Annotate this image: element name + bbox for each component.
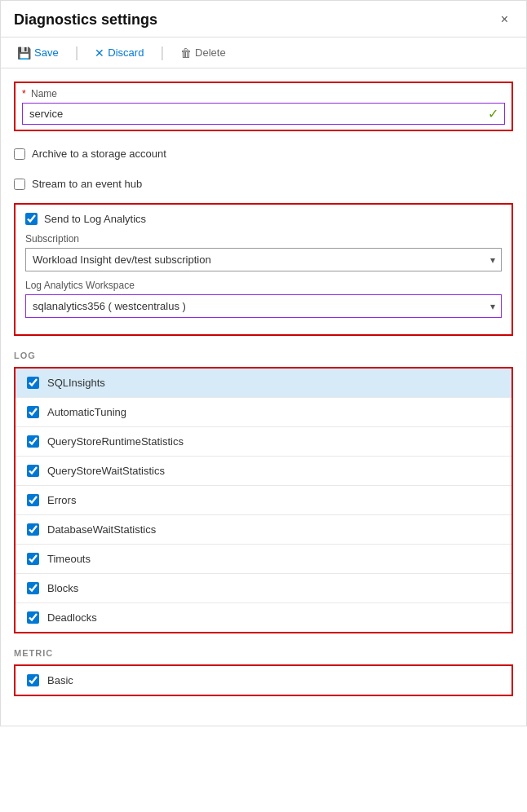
archive-label: Archive to a storage account xyxy=(32,148,166,160)
log-label-deadlocks: Deadlocks xyxy=(47,611,97,624)
toolbar: 💾 Save | ✕ Discard | 🗑 Delete xyxy=(1,38,526,68)
close-button[interactable]: × xyxy=(496,11,513,29)
discard-button[interactable]: ✕ Discard xyxy=(91,45,147,61)
name-field-label-text: Name xyxy=(31,88,57,99)
log-section-header: LOG xyxy=(14,351,513,360)
name-valid-icon: ✓ xyxy=(488,106,498,121)
delete-button[interactable]: 🗑 Delete xyxy=(177,45,229,61)
send-log-checkbox[interactable] xyxy=(25,213,38,225)
discard-label: Discard xyxy=(108,46,144,59)
archive-checkbox[interactable] xyxy=(14,148,25,160)
log-label-dbwaitstats: DatabaseWaitStatistics xyxy=(47,523,156,536)
name-input[interactable] xyxy=(22,103,505,125)
stream-checkbox[interactable] xyxy=(14,179,25,190)
toolbar-sep: | xyxy=(75,44,79,61)
log-section-box: SQLInsights AutomaticTuning QueryStoreRu… xyxy=(14,367,513,633)
delete-label: Delete xyxy=(195,46,226,59)
metric-section-box: Basic xyxy=(14,664,513,696)
log-label-querystoreruntime: QueryStoreRuntimeStatistics xyxy=(47,435,184,448)
save-label: Save xyxy=(34,46,59,59)
log-checkbox-dbwaitstats[interactable] xyxy=(27,523,39,536)
log-label-automatictuning: AutomaticTuning xyxy=(47,406,126,418)
archive-checkbox-row: Archive to a storage account xyxy=(14,143,513,165)
log-item-errors: Errors xyxy=(16,486,512,515)
log-item-dbwaitstats: DatabaseWaitStatistics xyxy=(16,515,512,545)
log-checkbox-automatictuning[interactable] xyxy=(27,406,39,418)
log-label-sqlinsights: SQLInsights xyxy=(47,377,105,389)
log-checkbox-errors[interactable] xyxy=(27,494,39,506)
stream-label: Stream to an event hub xyxy=(32,178,142,190)
log-item-automatictuning: AutomaticTuning xyxy=(16,398,512,427)
metric-item-basic: Basic xyxy=(16,666,512,695)
name-field-group: * Name ✓ xyxy=(14,82,513,131)
workspace-label: Log Analytics Workspace xyxy=(25,280,502,291)
workspace-dropdown[interactable]: sqlanalytics356 ( westcentralus ) xyxy=(25,294,502,318)
log-analytics-section: Send to Log Analytics Subscription Workl… xyxy=(14,203,513,336)
name-input-wrapper: ✓ xyxy=(22,103,505,125)
required-star: * xyxy=(22,88,26,99)
workspace-dropdown-wrapper: sqlanalytics356 ( westcentralus ) ▾ xyxy=(25,294,502,318)
name-label: * Name xyxy=(22,88,505,99)
save-button[interactable]: 💾 Save xyxy=(14,45,62,61)
log-label-timeouts: Timeouts xyxy=(47,553,91,565)
send-log-label: Send to Log Analytics xyxy=(44,213,146,225)
log-label-querystorewait: QueryStoreWaitStatistics xyxy=(47,465,165,477)
metric-checkbox-basic[interactable] xyxy=(27,674,39,686)
log-item-querystoreruntime: QueryStoreRuntimeStatistics xyxy=(16,427,512,457)
subscription-label: Subscription xyxy=(25,233,502,245)
log-label-errors: Errors xyxy=(47,494,76,506)
log-item-sqlinsights: SQLInsights xyxy=(16,368,512,398)
toolbar-sep2: | xyxy=(160,44,164,61)
log-item-querystorewait: QueryStoreWaitStatistics xyxy=(16,457,512,486)
send-log-row: Send to Log Analytics xyxy=(25,213,502,225)
log-label-blocks: Blocks xyxy=(47,582,78,594)
stream-checkbox-row: Stream to an event hub xyxy=(14,173,513,195)
log-item-timeouts: Timeouts xyxy=(16,545,512,574)
metric-section-header: METRIC xyxy=(14,648,513,658)
log-checkbox-querystorewait[interactable] xyxy=(27,465,39,477)
log-checkbox-deadlocks[interactable] xyxy=(27,611,39,624)
panel-title: Diagnostics settings xyxy=(14,11,157,29)
log-checkbox-querystoreruntime[interactable] xyxy=(27,435,39,448)
delete-icon: 🗑 xyxy=(180,46,192,60)
save-icon: 💾 xyxy=(17,46,31,60)
subscription-dropdown-wrapper: Workload Insight dev/test subscription ▾ xyxy=(25,248,502,271)
panel-header: Diagnostics settings × xyxy=(1,1,526,38)
discard-icon: ✕ xyxy=(95,46,104,60)
log-item-blocks: Blocks xyxy=(16,574,512,603)
subscription-dropdown[interactable]: Workload Insight dev/test subscription xyxy=(25,248,502,271)
log-checkbox-timeouts[interactable] xyxy=(27,553,39,565)
log-checkbox-blocks[interactable] xyxy=(27,582,39,594)
log-checkbox-sqlinsights[interactable] xyxy=(27,377,39,389)
diagnostics-panel: Diagnostics settings × 💾 Save | ✕ Discar… xyxy=(0,0,527,726)
metric-label-basic: Basic xyxy=(47,674,73,686)
content-area: * Name ✓ Archive to a storage account St… xyxy=(1,68,526,726)
log-item-deadlocks: Deadlocks xyxy=(16,603,512,632)
